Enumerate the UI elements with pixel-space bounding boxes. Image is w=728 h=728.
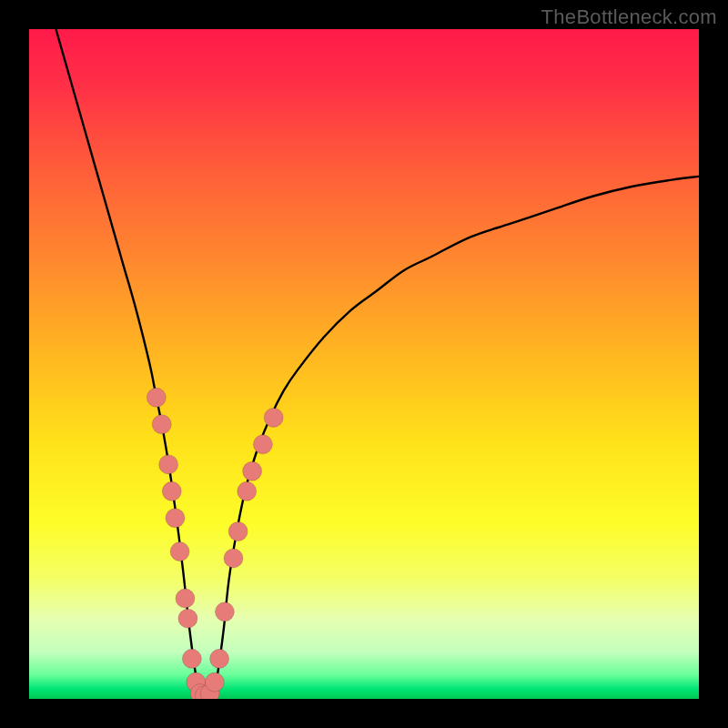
curve-dot bbox=[264, 408, 283, 427]
curve-dot bbox=[228, 522, 248, 541]
curve-dot bbox=[224, 549, 243, 568]
curve-dot bbox=[166, 509, 185, 528]
curve-dot bbox=[147, 388, 166, 407]
curve-dot bbox=[178, 609, 197, 628]
curve-dot bbox=[210, 649, 229, 668]
chart-frame bbox=[29, 29, 699, 699]
watermark-text: TheBottleneck.com bbox=[541, 5, 717, 29]
curve-dot bbox=[243, 461, 262, 480]
curve-dot bbox=[238, 481, 257, 500]
curve-dot bbox=[205, 672, 224, 692]
curve-dot bbox=[152, 415, 171, 434]
bottleneck-curve bbox=[56, 29, 699, 699]
curve-dot bbox=[182, 649, 201, 668]
curve-dot bbox=[176, 589, 195, 608]
plot-svg bbox=[29, 29, 699, 699]
curve-dot bbox=[170, 542, 189, 561]
curve-sample-dots bbox=[147, 388, 283, 699]
curve-dot bbox=[215, 602, 234, 622]
curve-dot bbox=[253, 435, 272, 454]
curve-dot bbox=[162, 481, 181, 500]
curve-dot bbox=[159, 455, 178, 474]
